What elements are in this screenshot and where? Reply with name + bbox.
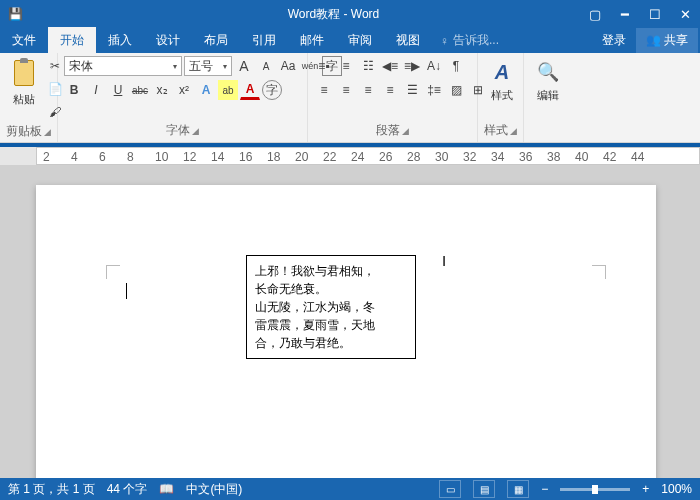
ruler-tick: 28	[407, 150, 420, 164]
superscript-button[interactable]: x²	[174, 80, 194, 100]
tab-review[interactable]: 审阅	[336, 27, 384, 53]
find-icon: 🔍	[534, 58, 562, 86]
font-color-button[interactable]: A	[240, 80, 260, 100]
tab-home[interactable]: 开始	[48, 27, 96, 53]
document-area[interactable]: 上邪！我欲与君相知， 长命无绝衰。 山无陵，江水为竭，冬 雷震震，夏雨雪，天地 …	[0, 165, 700, 495]
shrink-font-button[interactable]: A	[256, 56, 276, 76]
maximize-icon[interactable]: ☐	[640, 0, 670, 28]
sort-button[interactable]: A↓	[424, 56, 444, 76]
shading-button[interactable]: ▨	[446, 80, 466, 100]
line-spacing-button[interactable]: ‡≡	[424, 80, 444, 100]
align-left-button[interactable]: ≡	[314, 80, 334, 100]
share-button[interactable]: 👥 共享	[636, 28, 698, 53]
status-proofing-icon[interactable]: 📖	[159, 482, 174, 496]
zoom-thumb[interactable]	[592, 485, 598, 494]
strikethrough-button[interactable]: abc	[130, 80, 150, 100]
textbox-line[interactable]: 山无陵，江水为竭，冬	[255, 298, 407, 316]
margin-corner-tl	[106, 265, 120, 279]
group-paragraph: ≡▪ ≡ ☷ ◀≡ ≡▶ A↓ ¶ ≡ ≡ ≡ ≡ ☰ ‡≡ ▨ ⊞ 段落◢	[308, 53, 478, 142]
paragraph-launcher-icon[interactable]: ◢	[402, 126, 409, 136]
numbering-button[interactable]: ≡	[336, 56, 356, 76]
align-right-button[interactable]: ≡	[358, 80, 378, 100]
ruler-tick: 26	[379, 150, 392, 164]
group-editing: 🔍 编辑	[524, 53, 568, 142]
zoom-out-button[interactable]: −	[541, 482, 548, 496]
group-styles: A 样式 样式◢	[478, 53, 524, 142]
styles-icon: A	[488, 58, 516, 86]
font-launcher-icon[interactable]: ◢	[192, 126, 199, 136]
web-layout-icon[interactable]: ▦	[507, 480, 529, 498]
underline-button[interactable]: U	[108, 80, 128, 100]
ruler-tick: 12	[183, 150, 196, 164]
ruler-tick: 30	[435, 150, 448, 164]
italic-button[interactable]: I	[86, 80, 106, 100]
tell-me-search[interactable]: ♀告诉我...	[432, 27, 507, 53]
change-case-button[interactable]: Aa	[278, 56, 298, 76]
justify-button[interactable]: ≡	[380, 80, 400, 100]
ruler-area: 2468101214161820222426283032343638404244	[0, 147, 700, 165]
ribbon: 粘贴 ✂ 📄 🖌 剪贴板◢ 宋体▾ 五号▾ A A Aa wén 字 B I	[0, 53, 700, 143]
font-name-select[interactable]: 宋体▾	[64, 56, 182, 76]
grow-font-button[interactable]: A	[234, 56, 254, 76]
tab-design[interactable]: 设计	[144, 27, 192, 53]
textbox-line[interactable]: 长命无绝衰。	[255, 280, 407, 298]
ruler-tick: 24	[351, 150, 364, 164]
print-layout-icon[interactable]: ▤	[473, 480, 495, 498]
login-button[interactable]: 登录	[592, 27, 636, 53]
ribbon-options-icon[interactable]: ▢	[580, 0, 610, 28]
tab-references[interactable]: 引用	[240, 27, 288, 53]
textbox-line[interactable]: 雷震震，夏雨雪，天地	[255, 316, 407, 334]
title-bar: 💾 Word教程 - Word ▢ ━ ☐ ✕	[0, 0, 700, 28]
bullets-button[interactable]: ≡▪	[314, 56, 334, 76]
tab-mail[interactable]: 邮件	[288, 27, 336, 53]
text-effects-button[interactable]: A	[196, 80, 216, 100]
margin-corner-tr	[592, 265, 606, 279]
tab-view[interactable]: 视图	[384, 27, 432, 53]
ruler-tick: 38	[547, 150, 560, 164]
status-words[interactable]: 44 个字	[107, 481, 148, 498]
zoom-in-button[interactable]: +	[642, 482, 649, 496]
textbox-line[interactable]: 上邪！我欲与君相知，	[255, 262, 407, 280]
text-cursor	[126, 283, 127, 299]
multilevel-button[interactable]: ☷	[358, 56, 378, 76]
ruler-tick: 34	[491, 150, 504, 164]
share-icon: 👥	[646, 33, 661, 47]
close-icon[interactable]: ✕	[670, 0, 700, 28]
highlight-button[interactable]: ab	[218, 80, 238, 100]
clipboard-launcher-icon[interactable]: ◢	[44, 127, 51, 137]
ruler-tick: 6	[99, 150, 106, 164]
tab-file[interactable]: 文件	[0, 27, 48, 53]
bold-button[interactable]: B	[64, 80, 84, 100]
read-mode-icon[interactable]: ▭	[439, 480, 461, 498]
status-page[interactable]: 第 1 页，共 1 页	[8, 481, 95, 498]
show-marks-button[interactable]: ¶	[446, 56, 466, 76]
tab-layout[interactable]: 布局	[192, 27, 240, 53]
subscript-button[interactable]: x₂	[152, 80, 172, 100]
styles-button[interactable]: A 样式	[484, 56, 520, 105]
tab-insert[interactable]: 插入	[96, 27, 144, 53]
ruler-tick: 44	[631, 150, 644, 164]
font-size-select[interactable]: 五号▾	[184, 56, 232, 76]
group-clipboard: 粘贴 ✂ 📄 🖌 剪贴板◢	[0, 53, 58, 142]
styles-launcher-icon[interactable]: ◢	[510, 126, 517, 136]
ibeam-cursor-icon: Ⅰ	[442, 253, 446, 269]
ruler-tick: 2	[43, 150, 50, 164]
textbox-line[interactable]: 合，乃敢与君绝。	[255, 334, 407, 352]
editing-button[interactable]: 🔍 编辑	[530, 56, 566, 105]
minimize-icon[interactable]: ━	[610, 0, 640, 28]
paste-button[interactable]: 粘贴	[6, 56, 42, 109]
increase-indent-button[interactable]: ≡▶	[402, 56, 422, 76]
ruler-tick: 36	[519, 150, 532, 164]
distribute-button[interactable]: ☰	[402, 80, 422, 100]
qa-save-icon[interactable]: 💾	[8, 7, 23, 21]
decrease-indent-button[interactable]: ◀≡	[380, 56, 400, 76]
enclose-char-button[interactable]: 字	[262, 80, 282, 100]
horizontal-ruler[interactable]: 2468101214161820222426283032343638404244	[36, 147, 700, 165]
text-box[interactable]: 上邪！我欲与君相知， 长命无绝衰。 山无陵，江水为竭，冬 雷震震，夏雨雪，天地 …	[246, 255, 416, 359]
zoom-slider[interactable]	[560, 488, 630, 491]
align-center-button[interactable]: ≡	[336, 80, 356, 100]
page[interactable]: 上邪！我欲与君相知， 长命无绝衰。 山无陵，江水为竭，冬 雷震震，夏雨雪，天地 …	[36, 185, 656, 495]
zoom-level[interactable]: 100%	[661, 482, 692, 496]
status-language[interactable]: 中文(中国)	[186, 481, 242, 498]
ruler-tick: 14	[211, 150, 224, 164]
